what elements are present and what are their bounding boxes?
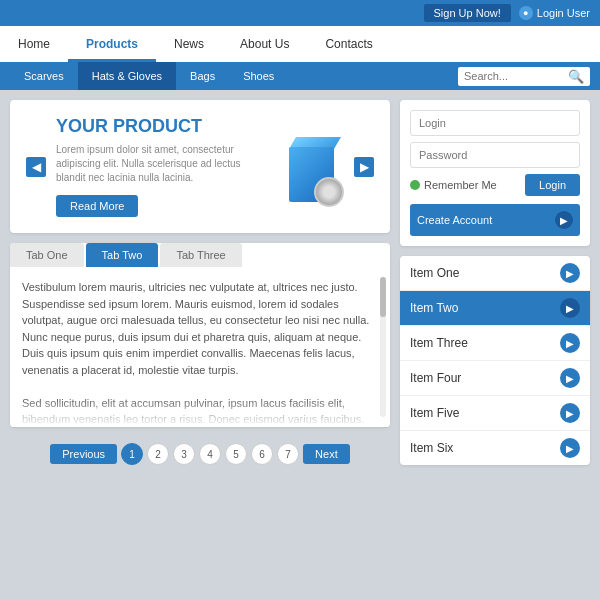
slider-prev-button[interactable]: ◀ (26, 157, 46, 177)
list-item-three-arrow-icon: ▶ (560, 333, 580, 353)
search-icon[interactable]: 🔍 (568, 69, 584, 84)
remember-label-text: Remember Me (424, 179, 497, 191)
login-row: Remember Me Login (410, 174, 580, 196)
list-widget: Item One ▶ Item Two ▶ Item Three ▶ Item … (400, 256, 590, 465)
login-button[interactable]: Login (525, 174, 580, 196)
login-input[interactable] (410, 110, 580, 136)
page-3-button[interactable]: 3 (173, 443, 195, 465)
list-item-four-arrow-icon: ▶ (560, 368, 580, 388)
list-item-five-label: Item Five (410, 406, 459, 420)
list-item-six[interactable]: Item Six ▶ (400, 431, 590, 465)
page-7-button[interactable]: 7 (277, 443, 299, 465)
sub-nav-scarves[interactable]: Scarves (10, 62, 78, 90)
page-6-button[interactable]: 6 (251, 443, 273, 465)
sub-nav: Scarves Hats & Gloves Bags Shoes 🔍 (0, 62, 600, 90)
list-item-six-arrow-icon: ▶ (560, 438, 580, 458)
list-item-two[interactable]: Item Two ▶ (400, 291, 590, 326)
create-account-arrow-icon: ▶ (555, 211, 573, 229)
password-input[interactable] (410, 142, 580, 168)
remember-me-label[interactable]: Remember Me (410, 179, 497, 191)
tabs-widget: Tab One Tab Two Tab Three Vestibulum lor… (10, 243, 390, 427)
tab-three[interactable]: Tab Three (160, 243, 241, 267)
product-box-icon (279, 132, 339, 202)
slider-title: YOUR PRODUCT (56, 116, 254, 137)
list-item-six-label: Item Six (410, 441, 453, 455)
sub-nav-items: Scarves Hats & Gloves Bags Shoes 🔍 (10, 62, 590, 90)
create-account-button[interactable]: Create Account ▶ (410, 204, 580, 236)
page-5-button[interactable]: 5 (225, 443, 247, 465)
tabs-content-wrapper: Vestibulum lorem mauris, ultricies nec v… (10, 267, 390, 427)
list-item-five[interactable]: Item Five ▶ (400, 396, 590, 431)
login-user-area: ● Login User (519, 6, 590, 20)
page-4-button[interactable]: 4 (199, 443, 221, 465)
sub-nav-bags[interactable]: Bags (176, 62, 229, 90)
login-widget: Remember Me Login Create Account ▶ (400, 100, 590, 246)
login-user-label: Login User (537, 7, 590, 19)
tabs-paragraph-2: Sed sollicitudin, elit at accumsan pulvi… (22, 395, 378, 428)
tabs-scrollbar[interactable] (380, 277, 386, 417)
content-area: ◀ YOUR PRODUCT Lorem ipsum dolor sit ame… (0, 90, 600, 481)
page-1-button[interactable]: 1 (121, 443, 143, 465)
remember-dot-icon (410, 180, 420, 190)
tab-one[interactable]: Tab One (10, 243, 84, 267)
pagination: Previous 1 2 3 4 5 6 7 Next (10, 437, 390, 471)
nav-item-aboutus[interactable]: About Us (222, 26, 307, 62)
list-item-three[interactable]: Item Three ▶ (400, 326, 590, 361)
nav-item-contacts[interactable]: Contacts (307, 26, 390, 62)
main-nav: Home Products News About Us Contacts (0, 26, 600, 62)
tabs-paragraph-1: Vestibulum lorem mauris, ultricies nec v… (22, 279, 378, 378)
nav-items: Home Products News About Us Contacts (0, 26, 600, 62)
nav-item-products[interactable]: Products (68, 26, 156, 62)
slider-text: Lorem ipsum dolor sit amet, consectetur … (56, 143, 254, 185)
user-icon: ● (519, 6, 533, 20)
tabs-scroll-thumb[interactable] (380, 277, 386, 317)
list-item-four[interactable]: Item Four ▶ (400, 361, 590, 396)
tab-two[interactable]: Tab Two (86, 243, 159, 267)
nav-item-news[interactable]: News (156, 26, 222, 62)
list-item-three-label: Item Three (410, 336, 468, 350)
create-account-label: Create Account (417, 214, 492, 226)
list-item-two-label: Item Two (410, 301, 458, 315)
right-panel: Remember Me Login Create Account ▶ Item … (400, 100, 590, 471)
read-more-button[interactable]: Read More (56, 195, 138, 217)
list-item-one-label: Item One (410, 266, 459, 280)
slider-widget: ◀ YOUR PRODUCT Lorem ipsum dolor sit ame… (10, 100, 390, 233)
search-input[interactable] (464, 70, 564, 82)
box-disc-icon (314, 177, 344, 207)
top-bar: Sign Up Now! ● Login User (0, 0, 600, 26)
left-panel: ◀ YOUR PRODUCT Lorem ipsum dolor sit ame… (10, 100, 390, 471)
list-item-four-label: Item Four (410, 371, 461, 385)
tabs-header: Tab One Tab Two Tab Three (10, 243, 390, 267)
list-item-two-arrow-icon: ▶ (560, 298, 580, 318)
prev-button[interactable]: Previous (50, 444, 117, 464)
slider-image (264, 127, 354, 207)
slider-content: YOUR PRODUCT Lorem ipsum dolor sit amet,… (46, 116, 264, 217)
list-item-five-arrow-icon: ▶ (560, 403, 580, 423)
list-item-one-arrow-icon: ▶ (560, 263, 580, 283)
nav-item-home[interactable]: Home (0, 26, 68, 62)
sub-nav-hats[interactable]: Hats & Gloves (78, 62, 176, 90)
search-box[interactable]: 🔍 (458, 67, 590, 86)
signup-button[interactable]: Sign Up Now! (424, 4, 511, 22)
tabs-content: Vestibulum lorem mauris, ultricies nec v… (10, 267, 390, 427)
list-item-one[interactable]: Item One ▶ (400, 256, 590, 291)
slider-next-button[interactable]: ▶ (354, 157, 374, 177)
next-button[interactable]: Next (303, 444, 350, 464)
sub-nav-shoes[interactable]: Shoes (229, 62, 288, 90)
page-2-button[interactable]: 2 (147, 443, 169, 465)
